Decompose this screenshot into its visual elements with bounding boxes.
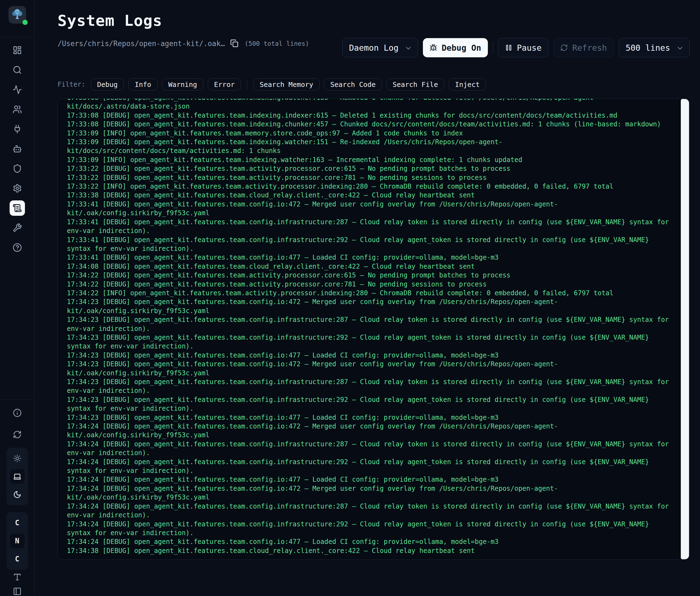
sidebar-item-agents[interactable]	[9, 141, 25, 156]
log-entry: 17:34:23 [DEBUG] open_agent_kit.features…	[67, 351, 674, 360]
shield-icon	[12, 164, 22, 173]
text-size-icon[interactable]	[12, 572, 22, 582]
log-entry: 17:34:24 [DEBUG] open_agent_kit.features…	[67, 502, 674, 520]
chevron-down-icon	[404, 44, 411, 51]
laptop-icon	[13, 472, 21, 480]
log-entry: 17:33:09 [DEBUG] open_agent_kit.features…	[67, 138, 674, 155]
sidebar-item-activity[interactable]	[9, 82, 25, 97]
chevron-down-icon	[676, 44, 683, 51]
filter-level-error[interactable]: Error	[208, 78, 241, 91]
log-entry: 17:34:23 [DEBUG] open_agent_kit.features…	[67, 360, 674, 377]
log-panel: 17:33:08 [DEBUG] open_agent_kit.features…	[57, 98, 690, 560]
log-entry: 17:34:23 [DEBUG] open_agent_kit.features…	[67, 377, 674, 395]
filter-action-search-file[interactable]: Search File	[386, 78, 445, 91]
sidebar-item-settings[interactable]	[9, 181, 25, 196]
header-controls: Daemon Log Debug On Pause Refresh 5	[342, 38, 690, 57]
sidebar-item-help[interactable]	[9, 240, 25, 255]
panel-toggle-icon[interactable]	[12, 587, 22, 596]
lines-select[interactable]: 500 lines	[619, 38, 690, 57]
settings-icon	[12, 184, 22, 193]
workspace-avatar-1[interactable]: C	[10, 515, 25, 530]
theme-option-dark[interactable]	[10, 487, 25, 502]
log-source-select[interactable]: Daemon Log	[342, 38, 418, 57]
log-entry: 17:34:23 [DEBUG] open_agent_kit.features…	[67, 333, 674, 351]
log-entry: 17:34:23 [DEBUG] open_agent_kit.features…	[67, 395, 674, 413]
page-header: System Logs /Users/chris/Repos/open-agen…	[57, 11, 690, 78]
bug-icon	[429, 44, 437, 52]
filter-action-search-code[interactable]: Search Code	[324, 78, 382, 91]
sidebar-item-security[interactable]	[9, 161, 25, 176]
debug-toggle-label: Debug On	[442, 43, 481, 53]
sidebar-item-integrations[interactable]	[9, 121, 25, 137]
log-entry: 17:34:24 [DEBUG] open_agent_kit.features…	[67, 440, 674, 457]
log-entry: 17:33:41 [DEBUG] open_agent_kit.features…	[67, 253, 674, 262]
search-icon	[12, 65, 22, 75]
main-content: System Logs /Users/chris/Repos/open-agen…	[34, 0, 700, 596]
theme-switcher	[6, 448, 28, 505]
debug-toggle-button[interactable]: Debug On	[423, 38, 488, 57]
log-entry: 17:33:08 [DEBUG] open_agent_kit.features…	[67, 111, 674, 120]
log-entry: 17:34:24 [DEBUG] open_agent_kit.features…	[67, 537, 674, 546]
log-entry: 17:33:22 [DEBUG] open_agent_kit.features…	[67, 164, 674, 173]
dashboard-icon	[12, 46, 22, 55]
app-window: CNC System Logs /Users/chris/Repos/open-…	[0, 0, 700, 596]
plug-icon	[12, 124, 22, 134]
filter-level-debug[interactable]: Debug	[91, 78, 124, 91]
log-entry: 17:34:38 [DEBUG] open_agent_kit.features…	[67, 546, 674, 555]
page-title: System Logs	[57, 11, 690, 29]
filter-level-warning[interactable]: Warning	[162, 78, 203, 91]
log-entry: 17:34:23 [DEBUG] open_agent_kit.features…	[67, 413, 674, 422]
pause-button[interactable]: Pause	[498, 38, 548, 57]
log-entry: 17:34:22 [INFO] open_agent_kit.features.…	[67, 289, 674, 297]
filter-level-info[interactable]: Info	[128, 78, 157, 91]
log-entry: 17:33:09 [INFO] open_agent_kit.features.…	[67, 129, 674, 138]
sidebar-item-search[interactable]	[9, 62, 25, 78]
pause-icon	[505, 44, 512, 52]
workspace-switcher: CNC	[6, 512, 28, 570]
sidebar-item-dashboard[interactable]	[9, 43, 25, 58]
filter-row: Filter: DebugInfoWarningErrorSearch Memo…	[57, 78, 690, 91]
log-entry: 17:34:08 [DEBUG] open_agent_kit.features…	[67, 262, 674, 271]
log-entry: 17:34:24 [DEBUG] open_agent_kit.features…	[67, 457, 674, 475]
log-entry: 17:33:41 [DEBUG] open_agent_kit.features…	[67, 218, 674, 235]
log-entry: 17:33:22 [DEBUG] open_agent_kit.features…	[67, 173, 674, 182]
sidebar-item-team[interactable]	[9, 102, 25, 117]
sidebar-item-tools[interactable]	[9, 220, 25, 235]
filter-action-search-memory[interactable]: Search Memory	[253, 78, 320, 91]
log-entry: 17:34:24 [DEBUG] open_agent_kit.features…	[67, 520, 674, 538]
sidebar-nav	[9, 37, 25, 255]
help-icon	[12, 243, 22, 252]
refresh-icon[interactable]	[12, 430, 22, 439]
workspace-avatar-3[interactable]: C	[10, 552, 25, 566]
activity-icon	[12, 85, 22, 94]
workspace-avatar-2[interactable]: N	[10, 533, 25, 548]
log-scrollbar[interactable]	[681, 99, 689, 559]
users-icon	[12, 105, 22, 114]
total-lines-label: (500 total lines)	[245, 40, 309, 47]
theme-option-light[interactable]	[10, 451, 25, 466]
log-entry: 17:34:24 [DEBUG] open_agent_kit.features…	[67, 484, 674, 502]
log-source-value: Daemon Log	[349, 43, 399, 53]
filter-action-inject[interactable]: Inject	[449, 78, 486, 91]
log-entry: 17:34:23 [DEBUG] open_agent_kit.features…	[67, 297, 674, 315]
lines-select-value: 500 lines	[625, 43, 670, 53]
log-output[interactable]: 17:33:08 [DEBUG] open_agent_kit.features…	[67, 98, 674, 555]
copy-path-icon[interactable]	[230, 39, 239, 48]
log-entry: 17:34:24 [DEBUG] open_agent_kit.features…	[67, 422, 674, 440]
refresh-icon	[560, 44, 568, 52]
refresh-button[interactable]: Refresh	[553, 38, 614, 57]
log-entry: 17:33:41 [DEBUG] open_agent_kit.features…	[67, 200, 674, 218]
filter-divider	[247, 79, 247, 90]
log-entry: 17:33:09 [INFO] open_agent_kit.features.…	[67, 155, 674, 164]
bot-icon	[12, 144, 22, 153]
filter-label: Filter:	[57, 81, 85, 88]
log-entry: 17:34:23 [DEBUG] open_agent_kit.features…	[67, 315, 674, 333]
info-icon[interactable]	[12, 408, 22, 418]
wrench-icon	[12, 223, 22, 232]
sidebar-footer: CNC	[0, 399, 34, 596]
log-entry: 17:33:22 [INFO] open_agent_kit.features.…	[67, 182, 674, 191]
app-logo[interactable]	[8, 6, 26, 24]
sidebar-item-logs[interactable]	[9, 200, 25, 216]
log-entry: 17:34:24 [DEBUG] open_agent_kit.features…	[67, 475, 674, 484]
theme-option-system[interactable]	[10, 469, 25, 484]
